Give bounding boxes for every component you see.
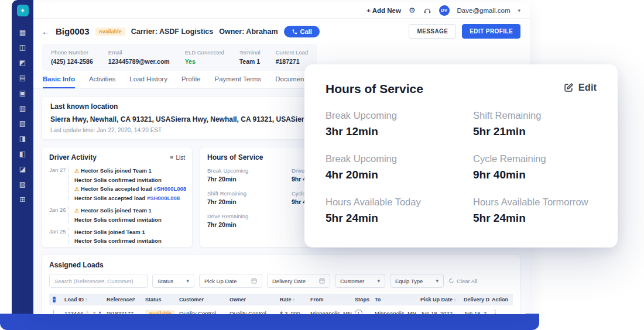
phone-label: Phone Number bbox=[51, 49, 93, 56]
customer-filter[interactable]: Customer▾ bbox=[335, 274, 385, 288]
phone-field: Phone Number (425) 124-2586 bbox=[51, 49, 93, 65]
col-to[interactable]: To bbox=[374, 297, 419, 302]
stops-count-badge[interactable]: 1 bbox=[355, 310, 362, 315]
metric-value: 7hr 20min bbox=[207, 198, 272, 205]
col-from[interactable]: From bbox=[309, 297, 354, 302]
col-pickup-date[interactable]: Pick Up Date↕ bbox=[419, 297, 463, 302]
popup-edit-button[interactable]: Edit bbox=[564, 82, 597, 93]
terminal-value: Team 1 bbox=[239, 58, 261, 65]
activity-event: Hector Solis confirmed invitation bbox=[74, 215, 185, 224]
app-logo-icon[interactable]: ✦ bbox=[17, 5, 29, 16]
delivery-date-filter[interactable]: Delivery Date bbox=[267, 274, 330, 288]
col-customer[interactable]: Customer bbox=[178, 297, 228, 302]
call-button[interactable]: Call bbox=[284, 26, 320, 37]
metric-value: 7hr 20min bbox=[207, 176, 272, 183]
metric-value: 7hr 20min bbox=[207, 221, 272, 228]
activity-load-link[interactable]: #SH000L008 bbox=[147, 195, 180, 201]
popup-metrics-grid: Break Upcoming3hr 12min Shift Remaining5… bbox=[326, 110, 597, 225]
settings-gear-icon[interactable]: ⚙ bbox=[409, 6, 416, 14]
add-new-button[interactable]: + Add New bbox=[366, 7, 401, 14]
metric-label: Cycle Remaining bbox=[473, 153, 597, 164]
col-reference[interactable]: Reference# bbox=[105, 297, 144, 302]
col-stops[interactable]: Stops bbox=[354, 297, 374, 302]
sort-icon: ↕ bbox=[85, 297, 87, 302]
search-input[interactable] bbox=[49, 274, 148, 288]
monitor-icon[interactable]: ◧ bbox=[16, 146, 30, 161]
tab-payment-terms[interactable]: Payment Terms bbox=[215, 75, 262, 88]
metric-label: Hours Available Tormorrow bbox=[473, 197, 597, 208]
activity-event: Hector Solis accepted load #SH000L008 bbox=[74, 194, 186, 202]
support-headset-icon[interactable] bbox=[423, 6, 431, 15]
message-button[interactable]: MESSAGE bbox=[409, 24, 456, 39]
clear-all-button[interactable]: Clear All bbox=[448, 278, 477, 284]
col-rate[interactable]: Rate↕ bbox=[279, 297, 309, 302]
warning-icon: ⚠ bbox=[74, 186, 79, 192]
hours-of-service-popup: Hours of Service Edit Break Upcoming3hr … bbox=[304, 64, 618, 248]
customer-filter-label: Customer bbox=[340, 278, 364, 284]
list-view-button[interactable]: ≡ List bbox=[170, 154, 185, 161]
announcements-icon[interactable]: ◪ bbox=[16, 161, 30, 177]
equip-type-filter[interactable]: Equip Type▾ bbox=[390, 274, 444, 288]
col-delivery-date[interactable]: Delivery D↕ bbox=[463, 297, 491, 302]
terminal-field: Terminal Team 1 bbox=[239, 49, 261, 65]
row-actions-menu-icon[interactable]: ⋮ bbox=[492, 309, 499, 314]
row-owner: Quality Control... bbox=[228, 310, 279, 315]
tab-load-history[interactable]: Load History bbox=[129, 75, 167, 88]
activity-event-text: Hector Solis joined Team 1 bbox=[74, 229, 145, 235]
sidebar: ✦ ▦ ◫ ◩ ▤ ▣ ▥ ▧ ◨ ◧ ◪ ▨ ⊞ bbox=[12, 0, 33, 330]
dashboard-icon[interactable]: ▦ bbox=[16, 25, 30, 40]
activity-event: Hector Solis confirmed invitation bbox=[74, 236, 185, 245]
tab-profile[interactable]: Profile bbox=[181, 75, 201, 88]
integrations-icon[interactable]: ⊞ bbox=[16, 192, 30, 207]
col-action: Action bbox=[491, 297, 513, 302]
account-email[interactable]: Dave@gmail.com bbox=[457, 7, 511, 14]
chevron-down-icon: ▾ bbox=[436, 278, 439, 284]
activity-load-link[interactable]: #SH000L008 bbox=[153, 185, 186, 192]
select-all-checkbox[interactable]: – bbox=[53, 297, 56, 302]
warning-icon: ⚠ bbox=[85, 310, 90, 314]
back-arrow-icon[interactable]: ← bbox=[42, 27, 50, 36]
row-to: Minneapolis, MN bbox=[374, 310, 419, 315]
status-filter-label: Status bbox=[157, 278, 173, 284]
status-filter[interactable]: Status▾ bbox=[152, 274, 194, 288]
invoices-icon[interactable]: ▧ bbox=[16, 116, 30, 131]
reports-icon[interactable]: ▨ bbox=[16, 177, 30, 192]
logo-glyph: ✦ bbox=[20, 7, 25, 15]
metric-value: 5hr 21min bbox=[473, 125, 597, 138]
activity-event-text: Hector Solis accepted load bbox=[81, 185, 153, 192]
edit-profile-button[interactable]: EDIT PROFILE bbox=[462, 24, 520, 39]
metric-value: 5hr 24min bbox=[326, 212, 473, 225]
loads-icon[interactable]: ▥ bbox=[16, 101, 30, 116]
contacts-icon[interactable]: ▣ bbox=[16, 85, 30, 101]
account-chevron-down-icon[interactable]: ▾ bbox=[518, 8, 520, 13]
metric-label: Shift Remaining bbox=[473, 110, 597, 121]
pickup-date-filter[interactable]: Pick Up Date bbox=[199, 274, 262, 288]
row-checkbox[interactable] bbox=[53, 310, 54, 315]
trucks-icon[interactable]: ◨ bbox=[16, 131, 30, 146]
teams-icon[interactable]: ◫ bbox=[16, 40, 30, 55]
clear-all-label: Clear All bbox=[457, 278, 477, 284]
tab-basic-info[interactable]: Basic Info bbox=[43, 75, 75, 88]
col-owner[interactable]: Owner bbox=[228, 297, 279, 302]
load-id[interactable]: 123444 bbox=[64, 310, 83, 315]
hours-card-title: Hours of Service bbox=[207, 153, 263, 161]
col-load-id[interactable]: Load ID↕ bbox=[63, 297, 105, 302]
drivers-icon[interactable]: ◩ bbox=[16, 55, 30, 70]
sort-icon: ↕ bbox=[293, 297, 295, 302]
chevron-down-icon: ▾ bbox=[377, 278, 380, 284]
tab-activities[interactable]: Activities bbox=[89, 75, 115, 88]
pickup-date-filter-label: Pick Up Date bbox=[204, 278, 237, 284]
list-icon: ≡ bbox=[170, 154, 174, 161]
activity-group: Jan 26 ⚠Hector Solis joined Team 1 Hecto… bbox=[49, 206, 185, 224]
col-status[interactable]: Status bbox=[144, 297, 178, 302]
row-delivery-date: Jun 18, 2... bbox=[463, 310, 491, 315]
metric: Shift Remaining7hr 20min bbox=[207, 190, 272, 205]
table-row[interactable]: 123444 ⚠ 2 *9182717T Available Quality C… bbox=[49, 305, 513, 314]
metric: Break Upcoming4hr 20min bbox=[326, 153, 473, 181]
email-field: Email 123445789@wer.com bbox=[108, 49, 170, 65]
assigned-loads-card: Assigned Loads Status▾ Pick Up Date Deli… bbox=[42, 255, 520, 314]
row-reference: *9182717T bbox=[105, 310, 144, 315]
carriers-icon[interactable]: ▤ bbox=[16, 70, 30, 85]
user-avatar[interactable]: DV bbox=[439, 5, 450, 16]
activity-event: Hector Solis confirmed invitation bbox=[74, 176, 186, 184]
